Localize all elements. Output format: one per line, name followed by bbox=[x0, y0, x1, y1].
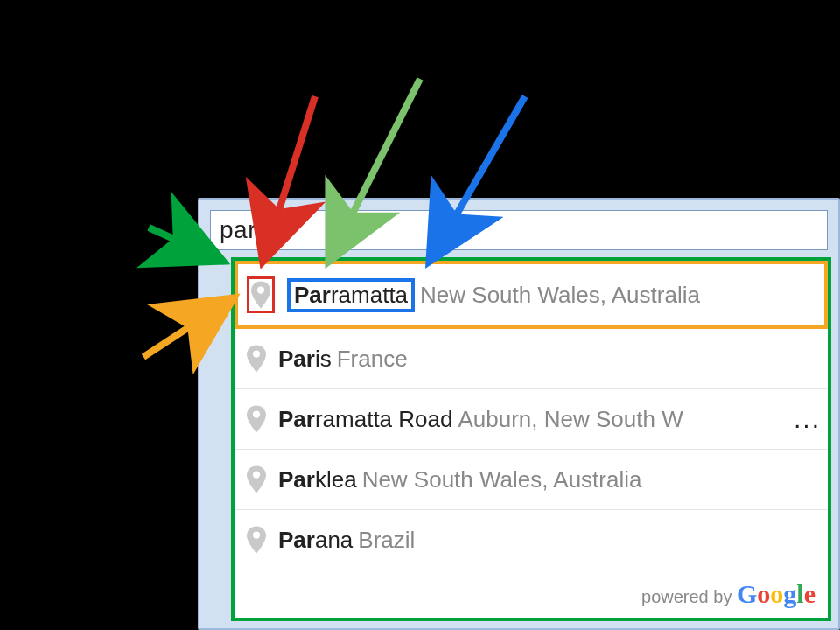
search-input-value: par bbox=[220, 216, 256, 244]
suggestion-item[interactable]: Parramatta Road Auburn, New South W ... bbox=[234, 389, 828, 450]
autocomplete-widget: par Parramatta New South Wales, Australi… bbox=[198, 198, 840, 630]
overflow-ellipsis: ... bbox=[788, 404, 821, 434]
suggestion-rest: klea bbox=[315, 466, 357, 493]
suggestion-rest: ramatta Road bbox=[315, 406, 453, 432]
pin-marker-icon bbox=[247, 276, 275, 313]
search-input[interactable]: par bbox=[210, 210, 828, 250]
svg-point-3 bbox=[253, 471, 260, 478]
suggestion-match: Par bbox=[278, 466, 315, 493]
attribution-prefix: powered by bbox=[641, 587, 737, 606]
suggestion-rest: is bbox=[315, 346, 332, 372]
suggestion-item[interactable]: Paris France bbox=[234, 329, 828, 389]
svg-point-4 bbox=[253, 531, 260, 538]
suggestion-secondary: New South Wales, Australia bbox=[420, 282, 700, 309]
pin-marker-icon bbox=[247, 526, 266, 554]
suggestion-secondary: Brazil bbox=[358, 527, 415, 554]
suggestion-rest: ramatta bbox=[331, 282, 408, 308]
suggestion-item[interactable]: Parramatta New South Wales, Australia bbox=[234, 261, 828, 329]
suggestion-secondary: New South Wales, Australia bbox=[362, 466, 642, 494]
google-logo: Google bbox=[737, 579, 816, 608]
suggestion-match: Par bbox=[278, 527, 315, 553]
suggestion-match: Par bbox=[294, 282, 331, 308]
pin-marker-icon bbox=[247, 466, 266, 494]
suggestions-dropdown: Parramatta New South Wales, Australia Pa… bbox=[231, 257, 831, 621]
pin-marker-icon bbox=[247, 405, 266, 433]
svg-point-1 bbox=[253, 350, 260, 357]
text-caret bbox=[257, 217, 258, 243]
suggestion-secondary: Auburn, New South W bbox=[458, 406, 682, 433]
suggestion-secondary: France bbox=[337, 346, 408, 373]
attribution: powered by Google bbox=[234, 570, 828, 618]
suggestion-name-highlight: Parramatta bbox=[287, 278, 415, 312]
svg-point-0 bbox=[257, 286, 264, 293]
suggestion-item[interactable]: Parana Brazil bbox=[234, 510, 828, 570]
svg-point-2 bbox=[253, 410, 260, 417]
suggestion-item[interactable]: Parklea New South Wales, Australia bbox=[234, 450, 828, 510]
suggestion-rest: ana bbox=[315, 527, 353, 553]
suggestion-match: Par bbox=[278, 406, 315, 432]
suggestion-match: Par bbox=[278, 346, 315, 372]
pin-marker-icon bbox=[247, 345, 266, 373]
